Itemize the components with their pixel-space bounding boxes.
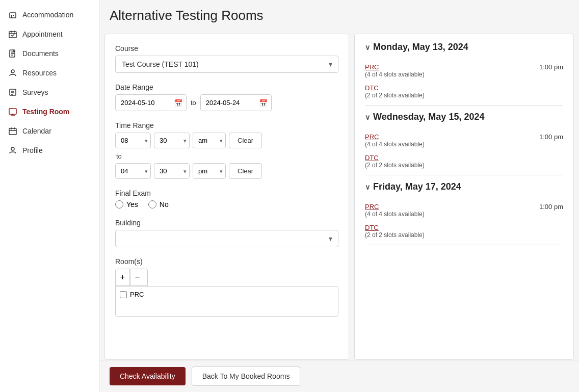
chevron-friday-icon: ∨ (365, 183, 370, 191)
results-panel: ∨ Monday, May 13, 2024 PRC (4 of 4 slots… (354, 34, 574, 360)
svg-rect-1 (11, 15, 12, 16)
sidebar: Accommodation Appointment Documents Reso… (0, 0, 99, 392)
back-to-booked-rooms-button[interactable]: Back To My Booked Rooms (192, 367, 301, 386)
final-exam-no-radio[interactable] (148, 200, 156, 208)
clear-end-button[interactable]: Clear (229, 163, 262, 179)
slot-avail-friday-prc: (4 of 4 slots available) (365, 211, 425, 218)
slot-monday-dtc[interactable]: DTC (2 of 2 slots available) (365, 81, 563, 102)
day-section-monday: ∨ Monday, May 13, 2024 PRC (4 of 4 slots… (365, 42, 563, 106)
slot-time-wednesday-prc: 1:00 pm (539, 133, 563, 141)
resources-icon (8, 68, 17, 77)
day-section-wednesday: ∨ Wednesday, May 15, 2024 PRC (4 of 4 sl… (365, 112, 563, 175)
slot-monday-prc[interactable]: PRC (4 of 4 slots available) 1:00 pm (365, 60, 563, 81)
start-minute-select[interactable]: 00 15 30 45 (154, 133, 190, 148)
sidebar-item-surveys[interactable]: Surveys (0, 83, 99, 102)
final-exam-yes-radio[interactable] (115, 200, 123, 208)
slot-info-monday-prc: PRC (4 of 4 slots available) (365, 63, 425, 78)
slot-name-friday-prc: PRC (365, 203, 425, 211)
time-start-row: 08 09 10 11 12 01 02 03 04 (115, 133, 338, 148)
date-range-label: Date Range (115, 83, 338, 91)
divider-monday (365, 105, 563, 106)
divider-friday (365, 245, 563, 245)
room-prc-checkbox[interactable] (120, 291, 127, 298)
rooms-stepper: + − (115, 269, 148, 286)
start-hour-select[interactable]: 08 09 10 11 12 01 02 03 04 (115, 133, 151, 148)
start-ampm-select[interactable]: am pm (193, 133, 226, 148)
check-availability-button[interactable]: Check Availability (110, 367, 186, 385)
sidebar-label-appointment: Appointment (22, 30, 63, 38)
course-select[interactable]: Test Course (TEST 101) (115, 56, 338, 73)
sidebar-item-accommodation[interactable]: Accommodation (0, 5, 99, 24)
end-minute-select[interactable]: 00 15 30 45 (154, 163, 190, 179)
chevron-wednesday-icon: ∨ (365, 113, 370, 121)
svg-rect-0 (10, 13, 16, 18)
building-group: Building (115, 219, 338, 247)
sidebar-item-calendar[interactable]: Calendar (0, 121, 99, 141)
slot-info-monday-dtc: DTC (2 of 2 slots available) (365, 84, 425, 99)
svg-rect-3 (11, 16, 12, 18)
sidebar-item-appointment[interactable]: Appointment (0, 24, 99, 44)
building-select-wrapper (115, 230, 338, 247)
day-title-friday: Friday, May 17, 2024 (373, 181, 461, 192)
slot-friday-prc[interactable]: PRC (4 of 4 slots available) 1:00 pm (365, 200, 563, 221)
slot-info-wednesday-prc: PRC (4 of 4 slots available) (365, 133, 425, 148)
day-header-friday: ∨ Friday, May 17, 2024 (365, 181, 563, 195)
slot-avail-friday-dtc: (2 of 2 slots available) (365, 231, 425, 239)
slot-avail-monday-prc: (4 of 4 slots available) (365, 71, 425, 78)
date-start-input[interactable] (115, 94, 187, 111)
room-prc-label: PRC (130, 291, 144, 298)
sidebar-label-accommodation: Accommodation (22, 11, 73, 19)
divider-wednesday (365, 175, 563, 175)
slot-info-friday-dtc: DTC (2 of 2 slots available) (365, 224, 425, 239)
final-exam-row: Yes No (115, 200, 338, 208)
sidebar-label-resources: Resources (22, 69, 57, 77)
sidebar-item-testing-room[interactable]: Testing Room (0, 102, 99, 121)
final-exam-label: Final Exam (115, 189, 338, 197)
main-content: Alternative Testing Rooms Course Test Co… (99, 0, 579, 392)
building-select[interactable] (115, 230, 338, 247)
bottom-bar: Check Availability Back To My Booked Roo… (99, 360, 579, 392)
room-prc-row: PRC (120, 291, 334, 298)
testing-icon (8, 107, 17, 116)
start-minute-wrapper: 00 15 30 45 (154, 133, 190, 148)
slot-time-monday-prc: 1:00 pm (539, 63, 563, 71)
rooms-list-box: PRC (115, 286, 338, 317)
stepper-plus-button[interactable]: + (116, 269, 130, 285)
profile-icon (8, 146, 17, 155)
clear-start-button[interactable]: Clear (229, 133, 262, 148)
sidebar-label-surveys: Surveys (22, 88, 48, 96)
sidebar-item-profile[interactable]: Profile (0, 141, 99, 160)
chevron-monday-icon: ∨ (365, 43, 370, 51)
final-exam-yes-text: Yes (126, 200, 138, 208)
date-start-wrapper: 📅 (115, 94, 187, 111)
end-hour-select[interactable]: 08 09 10 11 12 01 02 03 04 (115, 163, 151, 179)
slot-name-monday-dtc: DTC (365, 84, 425, 92)
sidebar-item-resources[interactable]: Resources (0, 63, 99, 83)
date-range-row: 📅 to 📅 (115, 94, 338, 111)
time-range-group: Time Range 08 09 10 11 12 01 02 03 (115, 121, 338, 179)
end-minute-wrapper: 00 15 30 45 (154, 163, 190, 179)
svg-rect-2 (13, 15, 14, 16)
slot-time-friday-prc: 1:00 pm (539, 203, 563, 211)
slot-friday-dtc[interactable]: DTC (2 of 2 slots available) (365, 221, 563, 242)
slot-wednesday-dtc[interactable]: DTC (2 of 2 slots available) (365, 151, 563, 172)
building-label: Building (115, 219, 338, 227)
calendar-check-icon (8, 30, 17, 39)
stepper-minus-button[interactable]: − (130, 269, 144, 285)
slot-avail-wednesday-dtc: (2 of 2 slots available) (365, 162, 425, 169)
course-select-wrapper: Test Course (TEST 101) (115, 56, 338, 73)
final-exam-no-label[interactable]: No (148, 200, 169, 208)
date-end-wrapper: 📅 (200, 94, 272, 111)
final-exam-no-text: No (160, 200, 169, 208)
time-end-row: 08 09 10 11 12 01 02 03 04 (115, 163, 338, 179)
course-group: Course Test Course (TEST 101) (115, 44, 338, 73)
sidebar-item-documents[interactable]: Documents (0, 44, 99, 63)
sidebar-label-documents: Documents (22, 49, 59, 58)
end-ampm-select[interactable]: am pm (193, 163, 226, 179)
survey-icon (8, 88, 17, 97)
date-to-label: to (191, 99, 196, 107)
date-end-input[interactable] (200, 94, 272, 111)
slot-wednesday-prc[interactable]: PRC (4 of 4 slots available) 1:00 pm (365, 130, 563, 151)
final-exam-group: Final Exam Yes No (115, 189, 338, 208)
final-exam-yes-label[interactable]: Yes (115, 200, 138, 208)
